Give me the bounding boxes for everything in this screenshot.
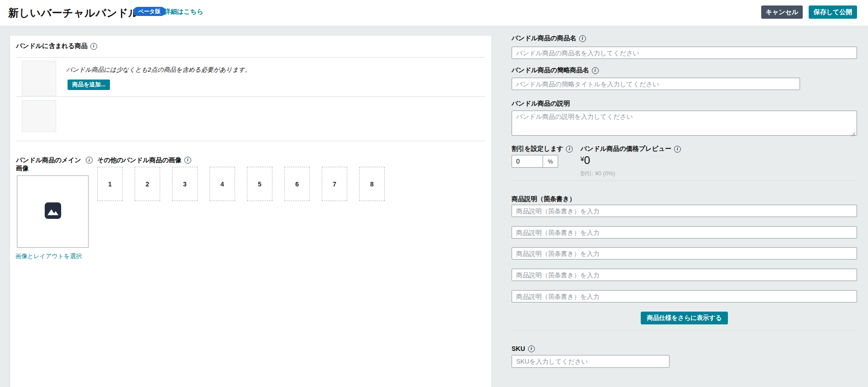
bundle-title-input[interactable] (512, 47, 857, 59)
discount-input-group: % (512, 155, 558, 168)
other-images-info-icon[interactable] (184, 157, 191, 164)
price-amount: 0 (584, 154, 590, 166)
percent-unit-addon: % (543, 155, 558, 168)
divider (16, 96, 486, 97)
min-products-note: バンドル商品には少なくとも2点の商品を含める必要があります。 (66, 66, 251, 74)
cancel-button[interactable]: キャンセル (761, 5, 803, 19)
image-slot-3[interactable]: 3 (172, 167, 198, 201)
discount-label: 割引を設定します (512, 145, 573, 153)
main-image-info-icon[interactable] (86, 157, 93, 164)
discount-percent-input[interactable] (512, 155, 543, 168)
bundle-title-label: バンドル商品の商品名 (512, 34, 586, 42)
bullet-points-label: 商品説明（箇条書き） (512, 195, 575, 203)
price-preview-label-text: バンドル商品の価格プレビュー (580, 145, 671, 153)
image-slot-4[interactable]: 4 (209, 167, 235, 201)
bundle-price-preview: ¥0 (580, 154, 590, 167)
currency-symbol: ¥ (580, 155, 584, 163)
bundle-title-info-icon[interactable] (579, 35, 586, 42)
included-products-heading-text: バンドルに含まれる商品 (16, 42, 88, 50)
show-more-specs-button[interactable]: 商品仕様をさらに表示する (641, 312, 728, 324)
bullet-point-input-3[interactable] (512, 247, 857, 260)
page-title: 新しいバーチャルバンドル (8, 6, 139, 20)
divider (512, 180, 857, 181)
image-slot-6[interactable]: 6 (284, 167, 310, 201)
product-slot-placeholder (22, 100, 56, 132)
other-image-slots: 1 2 3 4 5 6 7 8 (97, 167, 385, 201)
main-image-label: バンドル商品のメイン画像 (16, 156, 83, 172)
bundle-contents-card: バンドルに含まれる商品 バンドル商品には少なくとも2点の商品を含める必要がありま… (10, 36, 492, 387)
beta-badge: ベータ版 (133, 7, 166, 16)
bullet-points-label-text: 商品説明（箇条書き） (512, 195, 575, 203)
sku-info-icon[interactable] (528, 345, 535, 352)
description-label-text: バンドル商品の説明 (512, 100, 570, 108)
virtual-bundle-page: 新しいバーチャルバンドル ベータ版 詳細はこちら キャンセル 保存して公開 バン… (0, 0, 868, 387)
divider (16, 57, 486, 58)
learn-more-link[interactable]: 詳細はこちら (164, 8, 203, 16)
sku-input[interactable] (512, 355, 669, 368)
add-product-button[interactable]: 商品を追加... (68, 80, 110, 90)
image-slot-7[interactable]: 7 (322, 167, 347, 201)
bullet-point-input-1[interactable] (512, 205, 857, 217)
short-title-label-text: バンドル商品の簡略商品名 (512, 66, 589, 74)
discount-info-icon[interactable] (566, 146, 573, 153)
main-image-dropzone[interactable] (17, 175, 89, 248)
image-slot-5[interactable]: 5 (247, 167, 272, 201)
image-slot-8[interactable]: 8 (359, 167, 385, 201)
top-bar: 新しいバーチャルバンドル ベータ版 詳細はこちら キャンセル 保存して公開 (0, 0, 868, 26)
discount-label-text: 割引を設定します (512, 145, 563, 153)
divider (16, 141, 486, 141)
bundle-title-label-text: バンドル商品の商品名 (512, 34, 576, 42)
price-preview-label: バンドル商品の価格プレビュー (580, 145, 681, 153)
sku-label: SKU (512, 345, 535, 352)
bullet-point-input-4[interactable] (512, 269, 857, 281)
other-images-label: その他のバンドル商品の画像 (97, 156, 182, 164)
choose-image-layout-link[interactable]: 画像とレイアウトを選択 (16, 252, 82, 260)
image-slot-2[interactable]: 2 (135, 167, 160, 201)
included-products-info-icon[interactable] (90, 43, 97, 50)
short-title-input[interactable] (512, 78, 800, 90)
image-placeholder-icon (45, 202, 61, 221)
image-slot-1[interactable]: 1 (97, 167, 123, 201)
bullet-point-input-5[interactable] (512, 290, 857, 302)
main-image-label-row: バンドル商品のメイン画像 (16, 156, 98, 172)
included-products-heading: バンドルに含まれる商品 (16, 42, 97, 50)
bundle-details-form: バンドル商品の商品名 バンドル商品の簡略商品名 バンドル商品の説明 割引を設定し… (512, 26, 857, 387)
sku-label-text: SKU (512, 345, 525, 352)
divider (512, 330, 857, 331)
product-slot-placeholder (22, 61, 56, 96)
short-title-info-icon[interactable] (592, 67, 599, 74)
save-publish-button[interactable]: 保存して公開 (809, 5, 857, 19)
short-title-label: バンドル商品の簡略商品名 (512, 66, 599, 74)
other-images-label-row: その他のバンドル商品の画像 (97, 156, 191, 164)
bullet-point-input-2[interactable] (512, 226, 857, 239)
discount-summary: 割引: ¥0 (0%) (580, 170, 615, 178)
description-label: バンドル商品の説明 (512, 100, 570, 108)
description-textarea[interactable] (512, 111, 857, 136)
price-preview-info-icon[interactable] (674, 146, 681, 153)
